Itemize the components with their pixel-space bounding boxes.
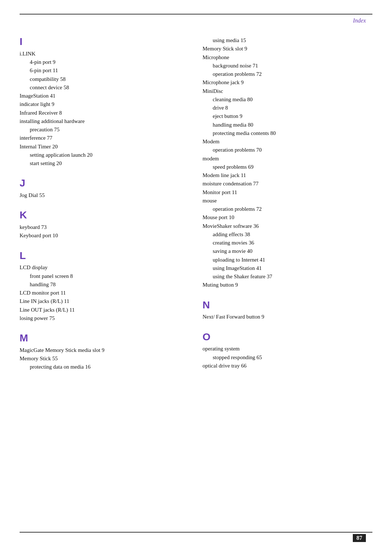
section-letter: N [203, 300, 372, 311]
index-section: LLCD displayfront panel screen 8handling… [20, 250, 189, 323]
index-entry: protecting data on media 16 [20, 363, 189, 371]
index-entry: using the Shaker feature 37 [203, 272, 372, 281]
index-entry: Infrared Receiver 8 [20, 109, 189, 117]
index-entry: Jog Dial 55 [20, 191, 189, 200]
index-entry: Microphone [203, 53, 372, 62]
index-entry: optical drive tray 66 [203, 362, 372, 370]
index-entry: Modem line jack 11 [203, 171, 372, 180]
header-title: Index [353, 17, 366, 24]
index-entry: Memory Stick 55 [20, 354, 189, 363]
index-entry: keyboard 73 [20, 223, 189, 231]
left-column: Ii.LINK4-pin port 96-pin port 11compatib… [20, 36, 196, 521]
index-section: NNext/ Fast Forward button 9 [203, 300, 372, 321]
index-entry: operation problems 72 [203, 70, 372, 78]
index-entry: MagicGate Memory Stick media slot 9 [20, 346, 189, 354]
index-entry: LCD monitor port 11 [20, 289, 189, 297]
index-entry: ImageStation 41 [20, 92, 189, 100]
index-entry: protecting media contents 80 [203, 129, 372, 138]
index-entry: Internal Timer 20 [20, 143, 189, 151]
index-entry: handling 78 [20, 280, 189, 289]
index-entry: Modem [203, 138, 372, 146]
index-entry: i.LINK [20, 50, 189, 58]
section-letter: K [20, 210, 189, 221]
index-entry: stopped responding 65 [203, 353, 372, 362]
index-section: using media 15Memory Stick slot 9Microph… [203, 36, 372, 290]
index-entry: indicator light 9 [20, 100, 189, 108]
index-entry: 6-pin port 11 [20, 66, 189, 75]
section-letter: L [20, 250, 189, 262]
index-section: MMagicGate Memory Stick media slot 9Memo… [20, 333, 189, 372]
index-entry: operating system [203, 345, 372, 353]
index-entry: Monitor port 11 [203, 188, 372, 197]
index-entry: adding effects 38 [203, 230, 372, 239]
index-entry: moisture condensation 77 [203, 180, 372, 188]
index-section: Kkeyboard 73Keyboard port 10 [20, 210, 189, 240]
index-entry: Muting button 9 [203, 281, 372, 289]
index-section: Ii.LINK4-pin port 96-pin port 11compatib… [20, 36, 189, 168]
section-letter: J [20, 178, 189, 189]
index-entry: creating movies 36 [203, 239, 372, 247]
index-entry: modem [203, 155, 372, 163]
index-entry: saving a movie 40 [203, 247, 372, 255]
index-entry: Line IN jacks (R/L) 11 [20, 297, 189, 305]
index-entry: installing additional hardware [20, 117, 189, 126]
index-entry: mouse [203, 197, 372, 205]
index-entry: setting application launch 20 [20, 151, 189, 159]
page-number: 87 [353, 534, 366, 542]
index-entry: uploading to Internet 41 [203, 256, 372, 264]
index-section: Ooperating systemstopped responding 65op… [203, 332, 372, 370]
index-entry: LCD display [20, 263, 189, 272]
content-area: Ii.LINK4-pin port 96-pin port 11compatib… [20, 36, 372, 521]
index-entry: 4-pin port 9 [20, 58, 189, 66]
index-entry: speed problems 69 [203, 163, 372, 171]
section-letter: O [203, 332, 372, 343]
index-entry: interference 77 [20, 134, 189, 142]
section-letter: M [20, 333, 189, 344]
index-entry: Keyboard port 10 [20, 231, 189, 240]
index-entry: precaution 75 [20, 126, 189, 134]
index-entry: compatibility 58 [20, 75, 189, 83]
index-entry: Line OUT jacks (R/L) 11 [20, 306, 189, 314]
index-entry: cleaning media 80 [203, 95, 372, 104]
index-entry: connect device 58 [20, 83, 189, 92]
bottom-rule [20, 532, 372, 533]
index-entry: drive 8 [203, 104, 372, 112]
index-section: JJog Dial 55 [20, 178, 189, 200]
index-entry: start setting 20 [20, 159, 189, 168]
index-entry: Mouse port 10 [203, 213, 372, 222]
index-entry: operation problems 72 [203, 205, 372, 213]
index-entry: eject button 9 [203, 112, 372, 120]
index-entry: MovieShaker software 36 [203, 222, 372, 230]
index-entry: handling media 80 [203, 121, 372, 129]
index-entry: background noise 71 [203, 62, 372, 70]
section-letter: I [20, 36, 189, 48]
top-rule [20, 14, 372, 15]
index-entry: operation problems 70 [203, 146, 372, 154]
index-entry: Memory Stick slot 9 [203, 45, 372, 53]
index-entry: Next/ Fast Forward button 9 [203, 313, 372, 321]
index-entry: Microphone jack 9 [203, 78, 372, 87]
index-entry: using media 15 [203, 36, 372, 45]
page: Index Ii.LINK4-pin port 96-pin port 11co… [0, 0, 392, 550]
index-entry: MiniDisc [203, 87, 372, 95]
index-entry: front panel screen 8 [20, 272, 189, 280]
index-entry: using ImageStation 41 [203, 264, 372, 272]
right-column: using media 15Memory Stick slot 9Microph… [196, 36, 372, 521]
page-header: Index [353, 17, 366, 24]
index-entry: losing power 75 [20, 314, 189, 323]
